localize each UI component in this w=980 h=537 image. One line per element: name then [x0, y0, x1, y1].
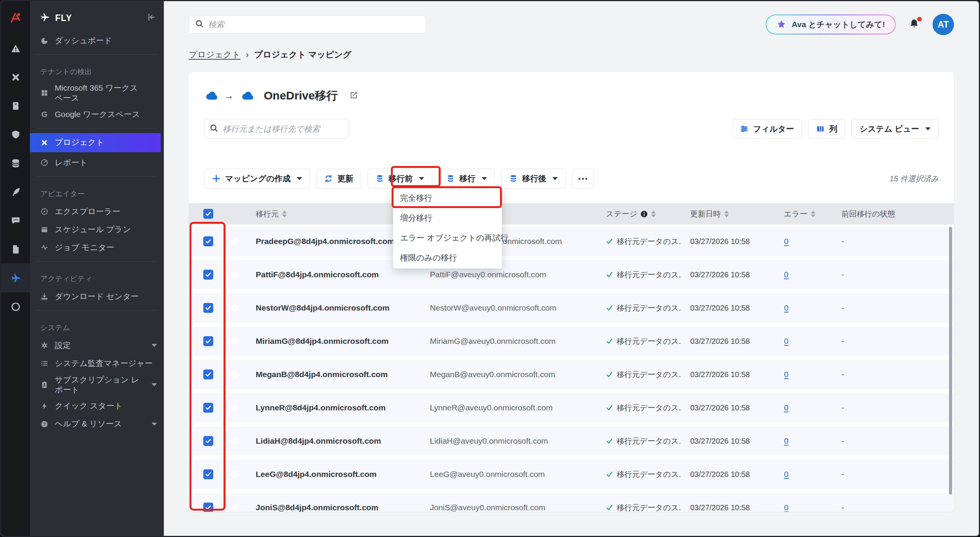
- refresh-button[interactable]: 更新: [316, 169, 361, 189]
- avepoint-logo-icon[interactable]: [1, 1, 30, 34]
- menu-item-retry-error-objects[interactable]: エラー オブジェクトの再試行: [393, 228, 502, 248]
- errors-link[interactable]: 0: [784, 303, 789, 312]
- sidebar-item-dashboard[interactable]: ダッシュボード: [30, 32, 164, 50]
- avatar[interactable]: AT: [933, 14, 954, 35]
- menu-item-full-migration[interactable]: 完全移行: [393, 188, 502, 208]
- edit-title-icon[interactable]: [349, 91, 358, 101]
- onedrive-type-icon: [230, 405, 239, 411]
- select-all-checkbox[interactable]: [203, 209, 213, 219]
- chevron-down-icon: [482, 177, 487, 180]
- shield-icon[interactable]: [1, 120, 30, 149]
- sidebar-item-reports[interactable]: レポート: [30, 154, 164, 172]
- row-checkbox[interactable]: [203, 236, 213, 246]
- divider: [36, 310, 158, 311]
- fly-plane-icon[interactable]: [1, 264, 30, 292]
- table-search[interactable]: [204, 119, 349, 139]
- notification-dot: [917, 17, 922, 21]
- header-last-status: 前回移行の状態: [832, 209, 954, 219]
- columns-button[interactable]: 列: [808, 119, 845, 139]
- header-updated[interactable]: 更新日時: [681, 209, 774, 219]
- errors-link[interactable]: 0: [784, 403, 789, 412]
- notifications-bell-icon[interactable]: [909, 18, 920, 31]
- row-checkbox[interactable]: [203, 436, 213, 446]
- create-mapping-button[interactable]: マッピングの作成: [204, 169, 310, 189]
- sparkle-icon: [776, 20, 786, 29]
- circle-icon[interactable]: [1, 292, 30, 321]
- sidebar-item-settings[interactable]: 設定: [30, 337, 164, 355]
- sidebar-item-help-resources[interactable]: ? ヘルプ & リソース: [30, 415, 164, 433]
- row-checkbox[interactable]: [203, 303, 213, 313]
- sidebar-item-download-center[interactable]: ダウンロード センター: [30, 288, 164, 306]
- header-errors[interactable]: エラー: [774, 209, 832, 219]
- system-view-button[interactable]: システム ビュー: [851, 119, 939, 139]
- sidebar-item-quick-start[interactable]: クイック スタート: [30, 397, 164, 415]
- errors-link[interactable]: 0: [784, 370, 789, 379]
- database-icon[interactable]: [1, 149, 30, 177]
- feather-icon[interactable]: [1, 177, 30, 206]
- check-icon: [606, 471, 613, 478]
- row-checkbox[interactable]: [203, 336, 213, 346]
- onedrive-type-icon: [230, 504, 239, 511]
- onedrive-type-icon: [230, 272, 239, 278]
- compass-icon: [40, 208, 49, 215]
- report-gauge-icon: [40, 159, 49, 166]
- menu-item-incremental-migration[interactable]: 増分移行: [393, 208, 502, 228]
- menu-item-permissions-only[interactable]: 権限のみの移行: [393, 248, 502, 268]
- sidebar-item-m365-workspace[interactable]: Microsoft 365 ワークスペース: [30, 81, 164, 106]
- action-row: マッピングの作成 更新 移行前 移行: [189, 169, 954, 189]
- breadcrumb-separator: ›: [246, 49, 249, 60]
- sidebar-item-google-workspace[interactable]: G Google ワークスペース: [30, 106, 164, 124]
- errors-link[interactable]: 0: [784, 270, 789, 279]
- errors-link[interactable]: 0: [784, 237, 789, 246]
- global-search-input[interactable]: [208, 20, 420, 29]
- table-search-input[interactable]: [223, 124, 343, 133]
- sidebar-item-projects[interactable]: プロジェクト: [30, 133, 161, 152]
- breadcrumb-projects-link[interactable]: プロジェクト: [189, 49, 240, 60]
- archive-icon[interactable]: [1, 91, 30, 120]
- sidebar-item-job-monitor[interactable]: ジョブ モニター: [30, 239, 164, 257]
- chevron-down-icon: [297, 177, 302, 180]
- errors-link[interactable]: 0: [784, 436, 789, 445]
- errors-link[interactable]: 0: [784, 470, 789, 478]
- sidebar-item-system-audit-manager[interactable]: システム監査マネージャー: [30, 355, 164, 373]
- audit-list-icon: [40, 360, 49, 367]
- row-checkbox[interactable]: [203, 469, 213, 479]
- row-checkbox[interactable]: [203, 369, 213, 379]
- divider: [36, 261, 158, 262]
- global-search[interactable]: [189, 15, 426, 34]
- chat-icon[interactable]: [1, 206, 30, 235]
- search-icon: [210, 124, 218, 134]
- gear-icon: [40, 342, 49, 349]
- table-row: JoniS@8d4jp4.onmicrosoft.com JoniS@aveuy…: [189, 493, 954, 512]
- errors-link[interactable]: 0: [784, 337, 789, 345]
- main-content: Ava とチャットしてみて! AT プロジェクト › プロジェクト マッピング …: [164, 1, 979, 536]
- more-actions-button[interactable]: [572, 169, 594, 189]
- onedrive-type-icon: [230, 338, 239, 345]
- document-icon[interactable]: [1, 235, 30, 264]
- sidebar-item-subscription-report[interactable]: サブスクリプション レポート: [30, 373, 164, 397]
- row-checkbox[interactable]: [203, 270, 213, 280]
- onedrive-type-icon: [230, 471, 239, 478]
- filter-button[interactable]: フィルター: [732, 119, 802, 139]
- pre-migration-button[interactable]: 移行前: [368, 169, 432, 189]
- migration-button[interactable]: 移行: [438, 169, 495, 189]
- sidebar-item-explorer[interactable]: エクスプローラー: [30, 203, 164, 221]
- sort-icon: [651, 211, 656, 217]
- mapping-table: 移行元 ステージ 更新日時 エラー: [189, 203, 954, 512]
- ava-chat-button[interactable]: Ava とチャットしてみて!: [766, 15, 896, 34]
- project-title-row: → OneDrive移行: [189, 72, 954, 104]
- post-migration-button[interactable]: 移行後: [501, 169, 566, 189]
- row-checkbox[interactable]: [203, 403, 213, 413]
- alerts-icon[interactable]: [1, 34, 30, 63]
- divider: [36, 176, 158, 177]
- row-checkbox[interactable]: [203, 503, 213, 512]
- header-stage[interactable]: ステージ: [596, 209, 681, 219]
- vertical-scrollbar[interactable]: [949, 227, 952, 495]
- errors-link[interactable]: 0: [784, 503, 789, 512]
- check-icon: [606, 438, 613, 444]
- sidebar-item-schedule-plan[interactable]: スケジュール プラン: [30, 221, 164, 239]
- section-tenant-discovery: テナントの検出: [30, 59, 164, 81]
- tools-icon[interactable]: [1, 63, 30, 91]
- sidebar-collapse-icon[interactable]: [147, 13, 155, 23]
- select-all-header[interactable]: [189, 209, 223, 219]
